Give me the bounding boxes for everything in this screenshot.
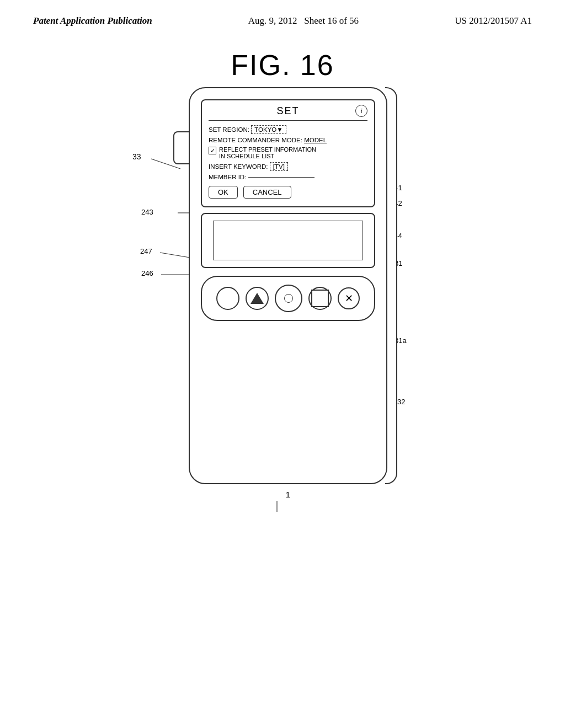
device-body: SET i SET REGION: TOKYO▼ REMOTE COMMANDE… xyxy=(189,87,387,484)
date-sheet-label: Aug. 9, 2012 Sheet 16 of 56 xyxy=(248,15,359,26)
ann-33: 33 xyxy=(132,152,141,161)
cancel-button[interactable]: CANCEL xyxy=(243,186,291,199)
date-label: Aug. 9, 2012 xyxy=(248,15,297,26)
triangle-button[interactable] xyxy=(246,287,269,310)
buttons-row: OK CANCEL xyxy=(209,186,367,199)
page-header: Patent Application Publication Aug. 9, 2… xyxy=(0,0,565,26)
triangle-icon xyxy=(250,293,264,304)
cross-button[interactable]: ✕ xyxy=(338,287,360,309)
device-label-1: 1 xyxy=(95,490,481,499)
square-icon xyxy=(311,290,329,307)
set-region-label: SET REGION: xyxy=(209,126,249,133)
sheet-label: Sheet 16 of 56 xyxy=(304,15,359,26)
screen-top: SET i SET REGION: TOKYO▼ REMOTE COMMANDE… xyxy=(201,99,375,207)
member-id-value[interactable] xyxy=(248,177,315,178)
cross-icon: ✕ xyxy=(345,292,353,304)
insert-keyword-label: INSERT KEYWORD: xyxy=(209,163,268,170)
screen-title-bar: SET i xyxy=(209,105,367,121)
reflect-preset-row: ✓ REFLECT PRESET INFORMATION IN SCHEDULE… xyxy=(209,146,367,159)
screen-title: SET xyxy=(221,105,355,117)
ann-246: 246 xyxy=(141,269,153,277)
insert-keyword-row: INSERT KEYWORD: [TV] xyxy=(209,162,367,171)
screen-bottom xyxy=(201,213,375,268)
ann-243: 243 xyxy=(141,208,153,216)
ok-button[interactable]: OK xyxy=(209,186,238,199)
reflect-preset-text: REFLECT PRESET INFORMATION IN SCHEDULE L… xyxy=(219,146,316,159)
figure-container: 33 241 242 243 244 245 246 247 31 31a 32… xyxy=(89,87,476,499)
member-id-row: MEMBER ID: xyxy=(209,174,367,180)
ann-32: 32 xyxy=(397,398,405,406)
member-id-label: MEMBER ID: xyxy=(209,174,246,180)
publication-label: Patent Application Publication xyxy=(33,15,152,26)
insert-keyword-value: [TV] xyxy=(270,162,288,171)
ann-247: 247 xyxy=(140,247,152,255)
dpad-center xyxy=(284,294,293,303)
patent-number-label: US 2012/201507 A1 xyxy=(455,15,532,26)
figure-title: FIG. 16 xyxy=(0,49,565,82)
remote-mode-row: REMOTE COMMANDER MODE: MODEL xyxy=(209,137,367,143)
remote-mode-value: MODEL xyxy=(304,137,327,143)
info-icon: i xyxy=(355,105,367,117)
set-region-row: SET REGION: TOKYO▼ xyxy=(209,125,367,134)
circle-button[interactable] xyxy=(216,287,239,310)
reflect-preset-checkbox[interactable]: ✓ xyxy=(209,147,216,154)
square-button[interactable] xyxy=(308,287,332,310)
svg-line-6 xyxy=(160,253,193,258)
controls-area: ✕ xyxy=(201,276,375,321)
device: SET i SET REGION: TOKYO▼ REMOTE COMMANDE… xyxy=(189,87,387,484)
dpad-button[interactable] xyxy=(275,285,302,312)
remote-mode-label: REMOTE COMMANDER MODE: xyxy=(209,137,302,143)
screen-bottom-inner xyxy=(213,221,363,260)
set-region-value: TOKYO▼ xyxy=(251,125,286,134)
